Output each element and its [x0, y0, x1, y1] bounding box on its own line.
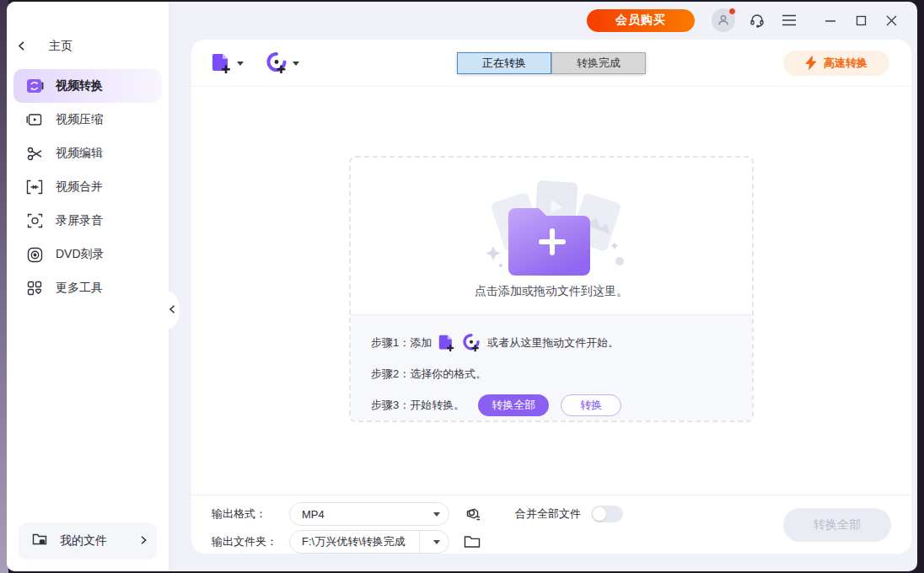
sidebar-item-video-edit[interactable]: 视频编辑	[13, 137, 162, 170]
sidebar-item-label: 录屏录音	[56, 213, 103, 228]
maximize-button[interactable]	[848, 8, 873, 33]
main-panel: 正在转换 转换完成 高速转换	[191, 40, 911, 554]
more-tools-icon	[25, 279, 44, 297]
membership-buy-button[interactable]: 会员购买	[587, 9, 695, 32]
convert-pill-button[interactable]: 转换	[561, 394, 621, 416]
user-avatar[interactable]	[712, 8, 735, 32]
drop-zone-hint: 点击添加或拖动文件到这里。	[475, 284, 628, 299]
add-folder-illustration	[454, 174, 648, 284]
chevron-down-icon	[237, 62, 244, 66]
output-format-value: MP4	[302, 508, 325, 521]
sidebar-item-label: 视频编辑	[56, 146, 103, 161]
back-chevron-icon[interactable]	[7, 40, 35, 53]
tab-converting[interactable]: 正在转换	[457, 52, 551, 74]
sidebar-item-more-tools[interactable]: 更多工具	[13, 271, 162, 305]
sidebar-home-row[interactable]: 主页	[7, 39, 169, 54]
step1-prefix: 步骤1：添加	[371, 335, 432, 351]
add-file-button[interactable]	[212, 52, 244, 74]
notification-dot	[728, 8, 736, 15]
expand-chevron-icon	[141, 535, 147, 547]
sidebar-item-label: DVD刻录	[56, 247, 105, 262]
step3-text: 步骤3：开始转换。	[371, 398, 465, 413]
folder-open-icon	[32, 533, 48, 549]
output-settings-bar: 输出格式： MP4 合并全部文件 输出文件夹：	[191, 495, 911, 554]
merge-icon	[25, 178, 44, 196]
close-button[interactable]	[878, 8, 904, 33]
screen-record-icon	[25, 212, 44, 230]
app-window: 会员购买	[7, 2, 917, 571]
step2-text: 步骤2：选择你的格式。	[371, 367, 486, 382]
sidebar-item-label: 视频合并	[56, 179, 103, 195]
convert-all-pill-button[interactable]: 转换全部	[478, 394, 549, 416]
sidebar-item-label: 视频转换	[56, 78, 103, 94]
drop-zone-upper: 点击添加或拖动文件到这里。	[351, 158, 752, 314]
convert-all-button-disabled[interactable]: 转换全部	[783, 508, 891, 542]
output-format-label: 输出格式：	[212, 506, 289, 522]
sidebar-collapse-handle[interactable]	[158, 292, 180, 329]
titlebar: 会员购买	[169, 2, 917, 39]
step1-suffix: 或者从这里拖动文件开始。	[487, 335, 619, 351]
step-3: 步骤3：开始转换。 转换全部 转换	[371, 393, 752, 418]
support-headset-icon[interactable]	[747, 10, 767, 30]
toolbar: 正在转换 转换完成 高速转换	[191, 40, 911, 87]
sidebar-item-screen-record[interactable]: 录屏录音	[13, 204, 162, 238]
dvd-icon	[25, 245, 44, 264]
high-speed-convert-button[interactable]: 高速转换	[783, 51, 889, 76]
output-format-select[interactable]: MP4	[289, 502, 449, 526]
convert-status-tabs: 正在转换 转换完成	[457, 52, 646, 74]
sidebar: 主页 视频转换	[7, 2, 169, 571]
step-1: 步骤1：添加 或者从这里拖动文件开始。	[371, 330, 752, 356]
sidebar-item-video-merge[interactable]: 视频合并	[13, 170, 162, 204]
tab-converted[interactable]: 转换完成	[551, 52, 646, 74]
toggle-knob	[593, 507, 606, 521]
open-folder-icon[interactable]	[461, 531, 483, 553]
sidebar-item-dvd-burn[interactable]: DVD刻录	[13, 238, 162, 271]
divider	[419, 531, 420, 553]
add-dvd-icon	[266, 52, 287, 74]
sidebar-item-label: 更多工具	[56, 281, 103, 296]
output-folder-label: 输出文件夹：	[212, 534, 289, 549]
my-files-button[interactable]: 我的文件	[19, 522, 157, 560]
window-controls	[818, 8, 904, 33]
steps-panel: 步骤1：添加 或者从这里拖动文件开始。 步骤2：选择你的格式。	[351, 314, 752, 420]
minimize-button[interactable]	[818, 8, 843, 33]
add-file-icon[interactable]	[438, 334, 455, 352]
sidebar-item-video-convert[interactable]: 视频转换	[13, 69, 162, 103]
merge-files-toggle[interactable]	[591, 506, 623, 522]
chevron-down-icon	[433, 512, 440, 517]
step-2: 步骤2：选择你的格式。	[371, 361, 752, 387]
high-speed-convert-label: 高速转换	[824, 56, 868, 71]
output-folder-select[interactable]: F:\万兴优转\转换完成	[289, 530, 449, 554]
sidebar-home-label[interactable]: 主页	[49, 39, 73, 54]
menu-hamburger-icon[interactable]	[779, 10, 799, 30]
add-dvd-icon[interactable]	[462, 334, 481, 352]
add-file-icon	[212, 52, 232, 74]
scissors-icon	[25, 144, 44, 163]
collapse-chevron-icon	[169, 304, 175, 316]
lightning-icon	[805, 56, 817, 70]
output-folder-value: F:\万兴优转\转换完成	[302, 534, 406, 549]
file-drop-zone[interactable]: 点击添加或拖动文件到这里。 步骤1：添加 或者从这里拖动文件开始。	[349, 156, 754, 422]
merge-files-label: 合并全部文件	[515, 506, 581, 522]
sidebar-item-video-compress[interactable]: 视频压缩	[13, 103, 162, 137]
my-files-label: 我的文件	[60, 533, 141, 549]
chevron-down-icon	[293, 62, 299, 66]
sidebar-item-label: 视频压缩	[56, 112, 103, 127]
video-convert-icon	[25, 77, 44, 95]
chevron-down-icon	[433, 540, 440, 544]
add-dvd-button[interactable]	[266, 52, 299, 74]
format-settings-icon[interactable]	[461, 503, 483, 525]
video-compress-icon	[25, 110, 44, 129]
